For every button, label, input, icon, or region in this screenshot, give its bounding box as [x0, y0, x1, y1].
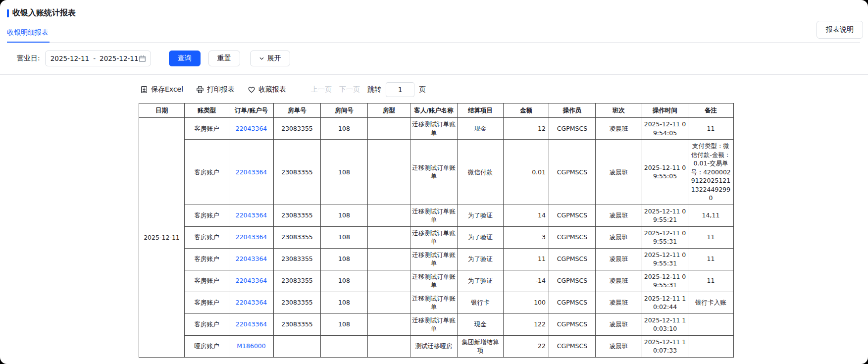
order-number-link[interactable]: 22043364 — [236, 299, 267, 306]
report-description-button[interactable]: 报表说明 — [817, 21, 863, 39]
remark-cell: 11 — [688, 118, 734, 140]
room-bill-number-cell: 23083355 — [274, 226, 321, 248]
column-header: 日期 — [139, 104, 185, 118]
order-number-cell: 22043364 — [229, 292, 274, 313]
operator-cell: CGPMSCS — [549, 335, 596, 357]
order-number-cell: 22043364 — [229, 118, 274, 140]
remark-cell: 14,11 — [688, 205, 734, 226]
table-row: 客房账户2204336423083355108迁移测试订单账单微信付款0.01C… — [139, 140, 734, 205]
room-type-cell — [368, 118, 410, 140]
table-row: 客房账户2204336423083355108迁移测试订单账单银行卡100CGP… — [139, 292, 734, 313]
account-type-cell: 哑房账户 — [185, 335, 229, 357]
shift-cell: 凌晨班 — [596, 335, 642, 357]
amount-cell: 11 — [504, 248, 549, 270]
table-row: 2025-12-11客房账户2204336423083355108迁移测试订单账… — [139, 118, 734, 140]
query-button[interactable]: 查询 — [169, 51, 201, 66]
order-number-cell: 22043364 — [229, 313, 274, 335]
order-number-cell: M186000 — [229, 335, 274, 357]
guest-name-cell: 迁移测试订单账单 — [410, 226, 458, 248]
next-page-button[interactable]: 下一页 — [339, 85, 360, 94]
column-header: 房间号 — [321, 104, 368, 118]
chevron-down-icon — [259, 56, 264, 61]
order-number-cell: 22043364 — [229, 248, 274, 270]
table-row: 客房账户2204336423083355108迁移测试订单账单为了验证14CGP… — [139, 205, 734, 226]
order-number-link[interactable]: 22043364 — [236, 168, 267, 176]
room-type-cell — [368, 335, 410, 357]
room-number-cell: 108 — [321, 118, 368, 140]
room-bill-number-cell: 23083355 — [274, 140, 321, 205]
order-number-link[interactable]: 22043364 — [236, 211, 267, 219]
favorite-report-button[interactable]: 收藏报表 — [248, 85, 286, 94]
operator-cell: CGPMSCS — [549, 205, 596, 226]
remark-cell: 银行卡入账 — [688, 292, 734, 313]
date-start-value: 2025-12-11 — [51, 54, 89, 62]
column-header: 操作时间 — [642, 104, 688, 118]
guest-name-cell: 迁移测试订单账单 — [410, 118, 458, 140]
room-bill-number-cell: 23083355 — [274, 118, 321, 140]
amount-cell: 122 — [504, 313, 549, 335]
page-number-input[interactable] — [386, 82, 414, 97]
account-type-cell: 客房账户 — [185, 248, 229, 270]
prev-page-button[interactable]: 上一页 — [311, 85, 332, 94]
account-type-cell: 客房账户 — [185, 270, 229, 292]
order-number-cell: 22043364 — [229, 205, 274, 226]
operation-time-cell: 2025-12-11 09:55:31 — [642, 270, 688, 292]
room-type-cell — [368, 313, 410, 335]
save-excel-button[interactable]: 保存Excel — [140, 85, 183, 94]
report-toolbar: 保存Excel 打印报表 收藏报表 上一页 下一页 跳转 — [140, 82, 868, 97]
column-header: 房型 — [368, 104, 410, 118]
column-header: 备注 — [688, 104, 734, 118]
operation-time-cell: 2025-12-11 10:07:33 — [642, 335, 688, 357]
guest-name-cell: 迁移测试订单账单 — [410, 313, 458, 335]
room-number-cell — [321, 335, 368, 357]
expand-button-label: 展开 — [267, 54, 281, 63]
expand-button[interactable]: 展开 — [250, 51, 290, 66]
order-number-link[interactable]: 22043364 — [236, 255, 267, 262]
order-number-link[interactable]: 22043364 — [236, 233, 267, 241]
amount-cell: 22 — [504, 335, 549, 357]
room-bill-number-cell: 23083355 — [274, 248, 321, 270]
order-number-link[interactable]: 22043364 — [236, 277, 267, 284]
order-number-cell: 22043364 — [229, 270, 274, 292]
guest-name-cell: 测试迁移哑房 — [410, 335, 458, 357]
operator-cell: CGPMSCS — [549, 118, 596, 140]
order-number-link[interactable]: M186000 — [237, 342, 266, 350]
shift-cell: 凌晨班 — [596, 205, 642, 226]
room-type-cell — [368, 292, 410, 313]
column-header: 结算项目 — [458, 104, 504, 118]
order-number-link[interactable]: 22043364 — [236, 125, 267, 132]
order-number-link[interactable]: 22043364 — [236, 320, 267, 328]
column-header: 房单号 — [274, 104, 321, 118]
date-range-picker[interactable]: 2025-12-11 - 2025-12-11 — [45, 51, 151, 66]
operator-cell: CGPMSCS — [549, 292, 596, 313]
amount-cell: 14 — [504, 205, 549, 226]
room-number-cell: 108 — [321, 205, 368, 226]
amount-cell: 0.01 — [504, 140, 549, 205]
business-date-label: 营业日: — [17, 54, 40, 63]
column-header: 订单/账户号 — [229, 104, 274, 118]
print-report-button[interactable]: 打印报表 — [196, 85, 235, 94]
tab-cashier-detail-report[interactable]: 收银明细报表 — [7, 28, 50, 43]
account-type-cell: 客房账户 — [185, 313, 229, 335]
room-type-cell — [368, 248, 410, 270]
settle-item-cell: 集团新增结算项 — [458, 335, 504, 357]
table-row: 哑房账户M186000测试迁移哑房集团新增结算项22CGPMSCS凌晨班2025… — [139, 335, 734, 357]
room-number-cell: 108 — [321, 292, 368, 313]
reset-button[interactable]: 重置 — [208, 51, 240, 66]
account-type-cell: 客房账户 — [185, 140, 229, 205]
room-type-cell — [368, 140, 410, 205]
account-type-cell: 客房账户 — [185, 226, 229, 248]
table-header-row: 日期账类型订单/账户号房单号房间号房型客人/账户名称结算项目金额操作员班次操作时… — [139, 104, 734, 118]
room-bill-number-cell: 23083355 — [274, 270, 321, 292]
room-bill-number-cell — [274, 335, 321, 357]
operator-cell: CGPMSCS — [549, 270, 596, 292]
page-title: 收银入账统计报表 — [12, 8, 76, 18]
calendar-icon — [139, 55, 146, 62]
order-number-cell: 22043364 — [229, 140, 274, 205]
room-type-cell — [368, 270, 410, 292]
operator-cell: CGPMSCS — [549, 248, 596, 270]
remark-cell: 11 — [688, 226, 734, 248]
shift-cell: 凌晨班 — [596, 226, 642, 248]
guest-name-cell: 迁移测试订单账单 — [410, 205, 458, 226]
column-header: 金额 — [504, 104, 549, 118]
